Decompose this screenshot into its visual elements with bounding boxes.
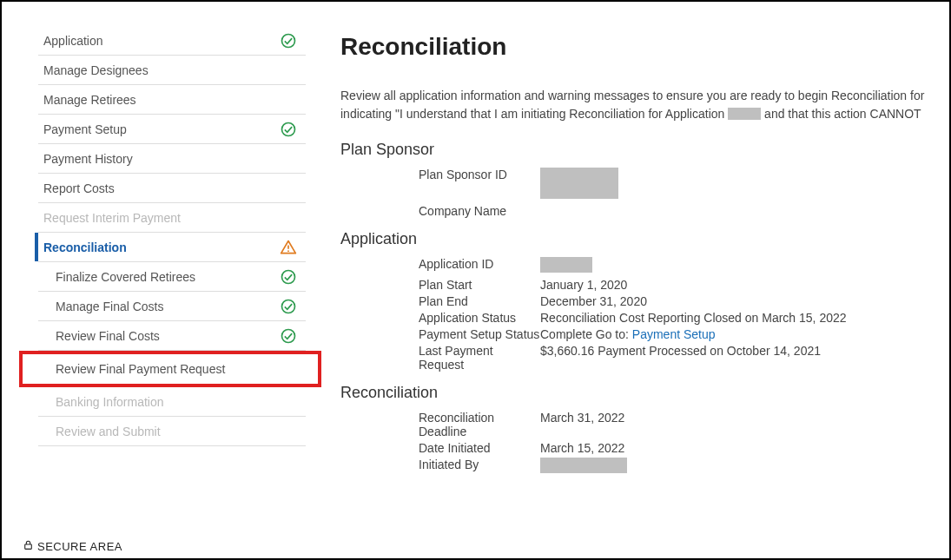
page-title: Reconciliation: [340, 33, 949, 61]
intro-part2: indicating "I understand that I am initi…: [340, 107, 728, 121]
sidebar-item-review-final-payment-request[interactable]: Review Final Payment Request: [38, 354, 306, 384]
sidebar-item-review-and-submit: Review and Submit: [38, 417, 306, 446]
check-circle-icon: [280, 268, 297, 286]
date-initiated-label: Date Initiated: [340, 441, 540, 455]
svg-point-5: [282, 300, 295, 313]
sidebar-item-banking-information: Banking Information: [38, 387, 306, 417]
sidebar-item-label: Report Costs: [43, 181, 297, 195]
company-name-value: [540, 204, 949, 218]
section-reconciliation: Reconciliation: [340, 384, 949, 402]
plan-end-label: Plan End: [340, 294, 540, 308]
redacted-block: [540, 168, 618, 199]
svg-point-6: [282, 329, 295, 342]
sidebar-item-payment-setup[interactable]: Payment Setup: [38, 115, 306, 144]
company-name-label: Company Name: [340, 204, 540, 218]
sidebar-item-request-interim-payment: Request Interim Payment: [38, 203, 306, 233]
sidebar-item-label: Payment Setup: [43, 122, 280, 136]
secure-area-text: SECURE AREA: [37, 540, 122, 553]
sidebar-item-application[interactable]: Application: [38, 26, 306, 56]
sidebar-item-finalize-covered-retirees[interactable]: Finalize Covered Retirees: [38, 262, 306, 292]
reconciliation-deadline-value: March 31, 2022: [540, 411, 949, 438]
intro-part1: Review all application information and w…: [340, 89, 924, 102]
lock-icon: [23, 539, 34, 553]
main-content: Reconciliation Review all application in…: [323, 2, 949, 558]
svg-point-0: [282, 34, 295, 47]
warning-triangle-icon: [280, 239, 297, 256]
last-payment-request-label: Last Payment Request: [340, 344, 540, 372]
payment-setup-status-value: Complete Go to: Payment Setup: [540, 327, 949, 341]
redacted-inline: [728, 108, 761, 120]
date-initiated-value: March 15, 2022: [540, 441, 949, 455]
sidebar-item-reconciliation[interactable]: Reconciliation: [38, 233, 306, 262]
sidebar-item-manage-retirees[interactable]: Manage Retirees: [38, 85, 306, 115]
sidebar-item-label: Review and Submit: [56, 425, 297, 438]
application-status-value: Reconciliation Cost Reporting Closed on …: [540, 311, 949, 325]
highlight-review-final-payment-request: Review Final Payment Request: [19, 351, 321, 387]
reconciliation-deadline-label: Reconciliation Deadline: [340, 411, 540, 438]
redacted-block: [540, 458, 627, 473]
plan-sponsor-id-label: Plan Sponsor ID: [340, 168, 540, 201]
sidebar-item-label: Review Final Payment Request: [56, 362, 297, 376]
sidebar-item-manage-designees[interactable]: Manage Designees: [38, 56, 306, 85]
intro-part3: and that this action CANNOT: [761, 107, 921, 121]
check-circle-icon: [280, 32, 297, 49]
check-circle-icon: [280, 298, 297, 315]
plan-start-label: Plan Start: [340, 278, 540, 292]
application-id-label: Application ID: [340, 257, 540, 275]
section-plan-sponsor: Plan Sponsor: [340, 141, 949, 159]
sidebar-item-label: Reconciliation: [43, 240, 280, 254]
sidebar-item-label: Request Interim Payment: [43, 211, 297, 225]
svg-point-4: [282, 270, 295, 283]
sidebar-item-label: Application: [43, 34, 280, 48]
sidebar-item-manage-final-costs[interactable]: Manage Final Costs: [38, 292, 306, 321]
secure-area-footer: SECURE AREA: [23, 539, 122, 553]
sidebar-item-payment-history[interactable]: Payment History: [38, 144, 306, 174]
application-id-value: [540, 257, 949, 275]
sidebar-item-label: Manage Designees: [43, 63, 297, 77]
sidebar-nav: Application Manage Designees Manage Reti…: [2, 2, 323, 558]
plan-sponsor-id-value: [540, 168, 949, 201]
payment-setup-status-label: Payment Setup Status: [340, 327, 540, 341]
svg-rect-7: [25, 544, 32, 549]
sidebar-item-report-costs[interactable]: Report Costs: [38, 174, 306, 203]
intro-text: Review all application information and w…: [340, 87, 949, 123]
plan-end-value: December 31, 2020: [540, 294, 949, 308]
svg-point-1: [282, 122, 295, 135]
sidebar-item-label: Review Final Costs: [56, 329, 280, 343]
sidebar-item-label: Banking Information: [56, 395, 297, 409]
initiated-by-label: Initiated By: [340, 458, 540, 473]
last-payment-request-value: $3,660.16 Payment Processed on October 1…: [540, 344, 949, 372]
payment-setup-status-prefix: Complete Go to:: [540, 327, 632, 341]
sidebar-item-label: Payment History: [43, 152, 297, 166]
payment-setup-link[interactable]: Payment Setup: [632, 327, 716, 341]
sidebar-item-review-final-costs[interactable]: Review Final Costs: [38, 321, 306, 351]
check-circle-icon: [280, 121, 297, 138]
sidebar-item-label: Manage Final Costs: [56, 300, 280, 313]
plan-start-value: January 1, 2020: [540, 278, 949, 292]
check-circle-icon: [280, 327, 297, 345]
sidebar-item-label: Finalize Covered Retirees: [56, 270, 280, 284]
svg-point-3: [287, 250, 289, 252]
initiated-by-value: [540, 458, 949, 473]
application-status-label: Application Status: [340, 311, 540, 325]
redacted-block: [540, 257, 592, 273]
section-application: Application: [340, 230, 949, 248]
sidebar-item-label: Manage Retirees: [43, 93, 297, 107]
